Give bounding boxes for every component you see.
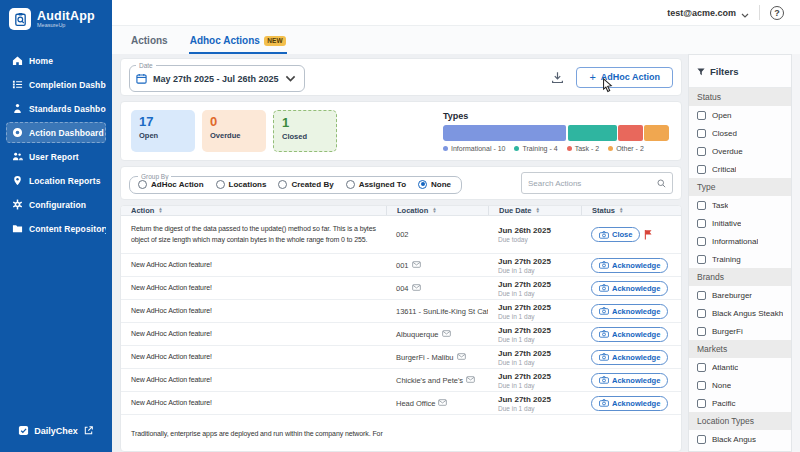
stat-closed[interactable]: 1 Closed	[273, 110, 337, 152]
sort-icon[interactable]: ▲▼	[619, 208, 623, 213]
checkbox-icon[interactable]	[697, 363, 706, 372]
radio-icon[interactable]	[216, 180, 225, 189]
sort-icon[interactable]: ▲▼	[158, 208, 162, 213]
filter-option-bareburger[interactable]: Bareburger	[689, 286, 791, 304]
download-button[interactable]	[548, 68, 566, 86]
table-row[interactable]: Return the digest of the data passed to …	[121, 216, 681, 254]
acknowledge-button[interactable]: Acknowledge	[591, 396, 668, 411]
acknowledge-button[interactable]: Acknowledge	[591, 327, 668, 342]
sidebar-item-configuration[interactable]: Configuration	[6, 194, 106, 215]
action-cell: Traditionally, enterprise apps are deplo…	[121, 415, 681, 442]
filter-option-initiative[interactable]: Initiative	[689, 214, 791, 232]
checkbox-icon[interactable]	[697, 399, 706, 408]
filter-option-closed[interactable]: Closed	[689, 124, 791, 142]
radio-icon[interactable]	[138, 180, 147, 189]
sidebar-item-user-report[interactable]: User Report	[6, 146, 106, 167]
checkbox-icon[interactable]	[697, 237, 706, 246]
checkbox-icon[interactable]	[697, 165, 706, 174]
table-row[interactable]: New AdHoc Action feature! 13611 - SunLif…	[121, 300, 681, 323]
close-button[interactable]: Close	[591, 227, 640, 242]
types-segment-informational[interactable]	[443, 125, 566, 141]
stat-open[interactable]: 17 Open	[131, 110, 195, 152]
checkbox-icon[interactable]	[697, 255, 706, 264]
types-segment-task[interactable]	[618, 125, 643, 141]
table-row[interactable]: New AdHoc Action feature! BurgerFi - Mal…	[121, 346, 681, 369]
checkbox-icon[interactable]	[697, 201, 706, 210]
filter-option-training[interactable]: Training	[689, 250, 791, 268]
sidebar-item-location-reports[interactable]: Location Reports	[6, 170, 106, 191]
radio-icon[interactable]	[346, 180, 355, 189]
acknowledge-button[interactable]: Acknowledge	[591, 281, 668, 296]
checkbox-icon[interactable]	[697, 327, 706, 336]
filter-option-black-angus-steakhouse[interactable]: Black Angus Steakhouse	[689, 304, 791, 322]
legend-dot	[443, 146, 448, 151]
group-by-adhoc-action[interactable]: AdHoc Action	[138, 180, 204, 189]
filter-option-none[interactable]: None	[689, 376, 791, 394]
table-row[interactable]: New AdHoc Action feature! Chickie's and …	[121, 369, 681, 392]
column-header-location[interactable]: Location▲▼	[386, 206, 488, 215]
filter-option-critical[interactable]: Critical	[689, 160, 791, 178]
column-header-status[interactable]: Status▲▼	[581, 206, 681, 215]
table-row[interactable]: New AdHoc Action feature! Albuquerque Ju…	[121, 323, 681, 346]
group-by-assigned-to[interactable]: Assigned To	[346, 180, 406, 189]
filter-option-burgerfi-loc[interactable]: BurgerFi	[689, 448, 791, 452]
acknowledge-button[interactable]: Acknowledge	[591, 258, 668, 273]
tab-adhoc-actions[interactable]: Adhoc Actions NEW	[189, 30, 287, 54]
app-logo-icon	[9, 8, 31, 30]
filter-option-informational[interactable]: Informational	[689, 232, 791, 250]
table-row[interactable]: New AdHoc Action feature! Head Office Ju…	[121, 392, 681, 415]
checkbox-icon[interactable]	[697, 129, 706, 138]
acknowledge-button[interactable]: Acknowledge	[591, 373, 668, 388]
sort-icon[interactable]: ▲▼	[536, 208, 540, 213]
dailychex-link[interactable]: DailyChex	[0, 422, 112, 440]
flag-icon[interactable]	[644, 229, 653, 240]
calendar-icon	[136, 70, 147, 88]
tab-actions[interactable]: Actions	[130, 30, 169, 54]
filter-option-burgerfi[interactable]: BurgerFi	[689, 322, 791, 340]
sort-icon[interactable]: ▲▼	[432, 208, 436, 213]
stat-overdue[interactable]: 0 Overdue	[202, 110, 266, 152]
group-by-locations[interactable]: Locations	[216, 180, 267, 189]
date-range-picker[interactable]: Date May 27th 2025 - Jul 26th 2025	[129, 62, 305, 92]
acknowledge-button[interactable]: Acknowledge	[591, 350, 668, 365]
filter-option-atlantic[interactable]: Atlantic	[689, 358, 791, 376]
column-header-due-date[interactable]: Due Date▲▼	[488, 206, 581, 215]
filter-option-overdue[interactable]: Overdue	[689, 142, 791, 160]
table-row[interactable]: New AdHoc Action feature! 004 Jun 27th 2…	[121, 277, 681, 300]
filter-option-black-angus[interactable]: Black Angus	[689, 430, 791, 448]
filter-option-open[interactable]: Open	[689, 106, 791, 124]
filter-option-task[interactable]: Task	[689, 196, 791, 214]
group-by-none[interactable]: None	[418, 180, 451, 189]
table-row[interactable]: New AdHoc Action feature! 001 Jun 27th 2…	[121, 254, 681, 277]
action-cell: Return the digest of the data passed to …	[121, 222, 386, 247]
scroll-gutter[interactable]	[792, 54, 800, 452]
search-input[interactable]	[528, 179, 657, 188]
adhoc-action-button[interactable]: + AdHoc Action	[576, 67, 673, 88]
group-by-created-by[interactable]: Created By	[278, 180, 333, 189]
checkbox-icon[interactable]	[697, 381, 706, 390]
table-row[interactable]: Traditionally, enterprise apps are deplo…	[121, 415, 681, 452]
sidebar-item-home[interactable]: Home	[6, 50, 106, 71]
help-button[interactable]: ?	[770, 6, 784, 20]
checkbox-icon[interactable]	[697, 291, 706, 300]
checkbox-icon[interactable]	[697, 309, 706, 318]
checkbox-icon[interactable]	[697, 219, 706, 228]
radio-icon[interactable]	[278, 180, 287, 189]
sidebar-item-content-repository[interactable]: Content Repository	[6, 218, 106, 239]
column-header-action[interactable]: Action▲▼	[121, 206, 386, 215]
sidebar-item-completion-dashboard[interactable]: Completion Dashboard	[6, 74, 106, 95]
checkbox-icon[interactable]	[697, 111, 706, 120]
types-segment-training[interactable]	[568, 125, 617, 141]
users-icon	[12, 151, 23, 162]
checkbox-icon[interactable]	[697, 147, 706, 156]
filter-option-pacific[interactable]: Pacific	[689, 394, 791, 412]
acknowledge-button[interactable]: Acknowledge	[591, 304, 668, 319]
sidebar-item-standards-dashboard[interactable]: Standards Dashboard	[6, 98, 106, 119]
types-segment-other[interactable]	[644, 125, 669, 141]
radio-icon[interactable]	[418, 180, 427, 189]
action-cell: New AdHoc Action feature!	[121, 304, 386, 319]
user-menu[interactable]: test@acme.com	[667, 4, 749, 22]
checkbox-icon[interactable]	[697, 435, 706, 444]
sidebar-item-action-dashboard[interactable]: Action Dashboard	[6, 122, 106, 143]
action-cell: New AdHoc Action feature!	[121, 373, 386, 388]
